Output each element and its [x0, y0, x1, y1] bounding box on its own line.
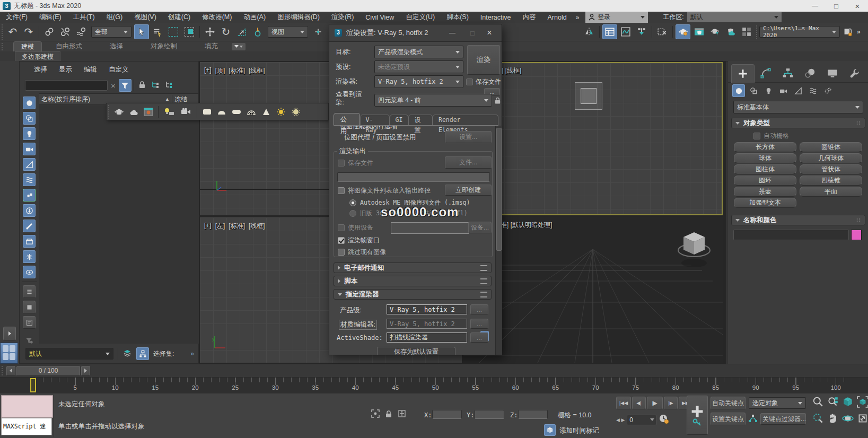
- activeshade-browse-button[interactable]: ...: [470, 332, 488, 343]
- menu-item[interactable]: 工具(T): [67, 12, 101, 23]
- view-to-render-dropdown[interactable]: 四元菜单 4 - 前: [374, 94, 492, 107]
- primitive-button[interactable]: 圆锥体: [800, 142, 862, 152]
- teapot-icon[interactable]: [112, 105, 126, 119]
- viewport-menu-shading[interactable]: [线框]: [249, 66, 265, 75]
- pan-hand-icon[interactable]: [827, 413, 839, 426]
- dialog-scrollbar[interactable]: [495, 126, 502, 355]
- ribbon-tab-selection[interactable]: 选择: [96, 41, 137, 52]
- ribbon-tab-populate[interactable]: 填充: [191, 41, 232, 52]
- menu-item[interactable]: 自定义(U): [400, 12, 441, 23]
- category-shapes-button[interactable]: [747, 84, 760, 97]
- explorer-menu-edit[interactable]: 编辑: [78, 64, 103, 75]
- viewport-menu-perview[interactable]: [标准]: [229, 66, 245, 75]
- orbit-icon[interactable]: [842, 413, 854, 426]
- login-button[interactable]: 登录: [585, 12, 648, 23]
- rendered-image-icon[interactable]: [142, 105, 155, 119]
- go-to-start-button[interactable]: |◀◀: [616, 397, 631, 409]
- maximize-viewport-toggle-icon[interactable]: [857, 413, 868, 426]
- vray-ambient-light-icon[interactable]: [289, 105, 303, 119]
- ribbon-tab-freeform[interactable]: 自由形式: [42, 41, 96, 52]
- filter-cameras-toggle[interactable]: [23, 143, 36, 155]
- tab-vray[interactable]: V-Ray: [360, 115, 390, 125]
- save-file-top-checkbox[interactable]: [466, 78, 473, 85]
- light-lister-icon[interactable]: [161, 105, 177, 119]
- files-button[interactable]: 文件...: [445, 156, 492, 169]
- tab-create[interactable]: [731, 64, 755, 83]
- preset-dropdown[interactable]: 未选定预设: [374, 60, 463, 73]
- renderer-dropdown[interactable]: V-Ray 5, hotfix 2: [374, 75, 463, 88]
- viewport-layout-tab-button[interactable]: [0, 343, 18, 364]
- time-forward-button[interactable]: [81, 366, 90, 376]
- viewport-menu-perview[interactable]: [标准]: [229, 222, 245, 231]
- ribbon-tab-modeling[interactable]: 建模: [13, 41, 42, 52]
- create-now-button[interactable]: 立即创建: [445, 185, 492, 196]
- window-crossing-toggle-icon[interactable]: [182, 24, 197, 39]
- viewport-menu-general[interactable]: [+]: [204, 222, 212, 231]
- time-slider-head[interactable]: 0 / 100: [16, 366, 80, 376]
- explorer-menu-select[interactable]: 选择: [28, 64, 53, 75]
- redo-button[interactable]: ↷: [21, 24, 36, 39]
- key-filters-button[interactable]: 关键点过滤器...: [760, 413, 806, 425]
- filter-spacewarps-toggle[interactable]: [23, 173, 36, 186]
- tab-render-elements[interactable]: Render Elements: [433, 115, 498, 125]
- project-folder-dropdown[interactable]: C:\Users\1…s Max 2020: [759, 26, 840, 38]
- project-settings-icon[interactable]: [840, 24, 855, 39]
- ribbon-panel-polymodeling[interactable]: 多边形建模: [15, 51, 60, 62]
- explorer-overflow-chevron[interactable]: »: [190, 350, 194, 357]
- search-filter-button[interactable]: [119, 79, 131, 92]
- toggle-layer-explorer-button[interactable]: [602, 24, 617, 39]
- tab-utilities[interactable]: [844, 64, 866, 82]
- mirror-icon[interactable]: [582, 24, 597, 39]
- select-and-move-icon[interactable]: [203, 24, 217, 39]
- menu-item[interactable]: Arnold: [542, 12, 573, 23]
- menu-overflow-chevron[interactable]: »: [573, 14, 583, 21]
- category-helpers-button[interactable]: [792, 84, 804, 97]
- close-button[interactable]: ×: [847, 2, 868, 11]
- tab-display[interactable]: [821, 64, 844, 82]
- absolute-mode-transform-icon[interactable]: [398, 409, 406, 419]
- save-file-checkbox[interactable]: [338, 160, 345, 167]
- search-clear-icon[interactable]: ×: [111, 81, 116, 90]
- primitive-button[interactable]: 圆柱体: [734, 164, 796, 174]
- minimize-button[interactable]: —: [804, 2, 826, 10]
- select-by-name-icon[interactable]: [150, 24, 165, 39]
- viewport-menu-shading[interactable]: [线框]: [249, 222, 265, 231]
- vray-plane-light-icon[interactable]: [200, 105, 214, 119]
- isolate-selection-icon[interactable]: [371, 409, 380, 419]
- key-mode-icon[interactable]: [748, 414, 758, 425]
- explorer-preset-dropdown[interactable]: 默认: [25, 348, 113, 360]
- primitive-button[interactable]: 球体: [734, 153, 796, 163]
- lock-explorer-icon[interactable]: [138, 81, 146, 90]
- cloud-icon[interactable]: [127, 105, 141, 119]
- use-device-checkbox[interactable]: [338, 224, 345, 231]
- z-coord-field[interactable]: [518, 410, 548, 419]
- camera-icon[interactable]: [178, 105, 194, 119]
- imsq-radio[interactable]: [349, 199, 356, 206]
- menu-item[interactable]: Interactive: [475, 12, 517, 23]
- flat-view-icon[interactable]: [165, 81, 173, 90]
- assign-renderer-rollout[interactable]: 指定渲染器: [334, 289, 492, 300]
- viewport-menu-pov[interactable]: [左]: [215, 222, 225, 231]
- render-button[interactable]: 渲染: [467, 45, 500, 75]
- scene-object-box[interactable]: [575, 82, 602, 110]
- dialog-minimize-button[interactable]: —: [442, 29, 462, 37]
- menu-item[interactable]: 编辑(E): [33, 12, 67, 23]
- timeline-playhead[interactable]: [30, 378, 36, 392]
- track-bar[interactable]: 5101520253035404550556065707580859095100: [0, 378, 868, 394]
- filter-containers-toggle[interactable]: [23, 235, 36, 248]
- lock-view-button[interactable]: [494, 94, 501, 106]
- filter-hidden-toggle[interactable]: [23, 266, 36, 278]
- workspace-dropdown[interactable]: 默认: [687, 12, 782, 22]
- primitive-button[interactable]: 茶壶: [734, 187, 796, 197]
- curve-editor-button[interactable]: [618, 24, 633, 39]
- rendered-frame-window-button[interactable]: [691, 24, 706, 39]
- column-frozen-header[interactable]: 冻结: [172, 95, 198, 104]
- menu-item[interactable]: 图形编辑器(D): [271, 12, 326, 23]
- toolbar-drag-handle[interactable]: [108, 104, 110, 119]
- vray-dome-light-icon[interactable]: [215, 105, 229, 119]
- selected-object-dropdown[interactable]: 选定对象: [749, 397, 806, 409]
- autogrid-checkbox[interactable]: [753, 133, 760, 139]
- output-path-input[interactable]: [337, 172, 490, 182]
- scene-explorer-expand-button[interactable]: [3, 327, 16, 340]
- zoom-region-icon[interactable]: [812, 413, 824, 426]
